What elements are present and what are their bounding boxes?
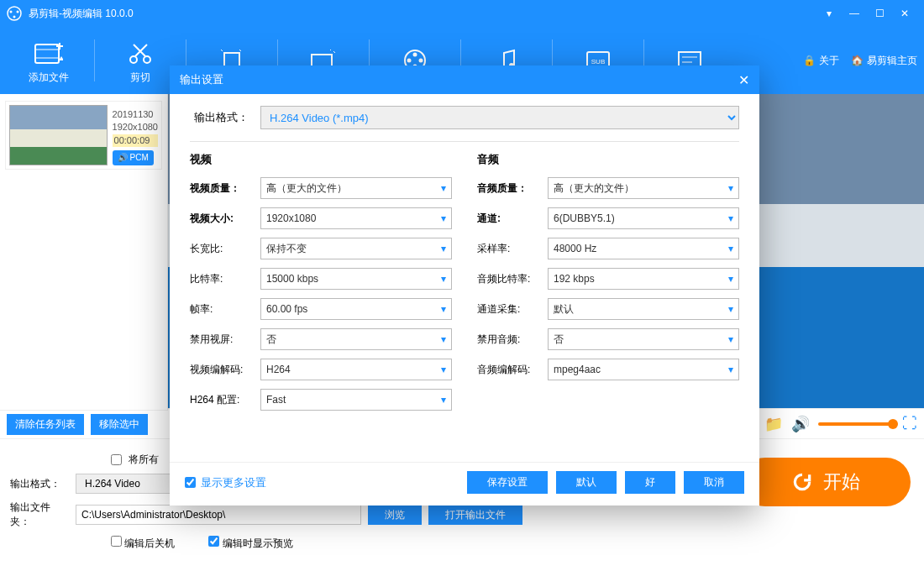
chevron-down-icon [441, 333, 446, 345]
refresh-icon [791, 471, 813, 493]
dlg-output-format-select[interactable]: H.264 Video (*.mp4) [260, 106, 739, 129]
chevron-down-icon [441, 212, 446, 224]
chevron-down-icon [441, 394, 446, 406]
cancel-button[interactable]: 取消 [684, 471, 744, 494]
dialog-footer: 显示更多设置 保存设置 默认 好 取消 [170, 462, 759, 506]
chevron-down-icon [441, 364, 446, 375]
app-logo-icon [7, 6, 22, 21]
disable-audio-select[interactable]: 否 [548, 328, 739, 350]
svg-point-7 [130, 56, 137, 63]
output-format-label: 输出格式： [10, 477, 69, 491]
svg-point-13 [419, 59, 423, 63]
video-heading: 视频 [190, 152, 452, 167]
svg-rect-4 [35, 45, 59, 63]
app-title: 易剪辑-视频编辑 10.0.0 [29, 7, 134, 21]
audio-channel-select[interactable]: 6(DUBBY5.1) [548, 207, 739, 229]
chevron-down-icon [728, 273, 733, 285]
output-settings-dialog: 输出设置 ✕ 输出格式： H.264 Video (*.mp4) 视频 视频质量… [170, 65, 759, 506]
save-settings-button[interactable]: 保存设置 [467, 471, 548, 494]
chevron-down-icon [728, 182, 733, 194]
remove-selected-button[interactable]: 移除选中 [91, 414, 148, 435]
svg-point-3 [13, 16, 16, 18]
dlg-output-format-label: 输出格式： [190, 110, 249, 125]
audio-heading: 音频 [477, 152, 739, 167]
homepage-link[interactable]: 🏠易剪辑主页 [851, 54, 917, 68]
minimize-button[interactable]: — [842, 0, 867, 27]
apply-all-label: 将所有 [129, 453, 159, 467]
channel-capture-select[interactable]: 默认 [548, 298, 739, 320]
task-item[interactable]: 20191130 1920x1080 00:00:09 🔊PCM [5, 101, 162, 170]
chevron-down-icon [441, 182, 446, 194]
svg-point-0 [8, 7, 21, 20]
svg-point-8 [144, 56, 150, 63]
svg-point-1 [10, 11, 13, 13]
sample-rate-select[interactable]: 48000 Hz [548, 238, 739, 259]
task-action-bar: 清除任务列表 移除选中 [0, 410, 168, 438]
ok-button[interactable]: 好 [625, 471, 675, 494]
pcm-badge: 🔊PCM [113, 150, 154, 165]
fullscreen-icon[interactable]: ⛶ [902, 415, 917, 432]
lock-icon: 🔒 [803, 55, 816, 66]
chevron-down-icon [441, 303, 446, 315]
open-folder-icon[interactable]: 📁 [764, 415, 783, 433]
chevron-down-icon [728, 303, 733, 315]
dialog-header: 输出设置 ✕ [170, 65, 759, 94]
about-link[interactable]: 🔒关于 [803, 54, 839, 68]
aspect-select[interactable]: 保持不变 [260, 238, 452, 259]
chevron-down-icon [728, 333, 733, 345]
chevron-down-icon [441, 243, 446, 254]
open-output-button[interactable]: 打开输出文件 [428, 506, 522, 525]
show-more-checkbox-row[interactable]: 显示更多设置 [185, 475, 266, 490]
preview-checkbox[interactable] [208, 536, 219, 547]
task-meta: 20191130 1920x1080 00:00:09 🔊PCM [113, 108, 158, 165]
task-list: 20191130 1920x1080 00:00:09 🔊PCM [0, 94, 168, 410]
show-more-checkbox [185, 477, 196, 488]
close-button[interactable]: ✕ [892, 0, 917, 27]
clear-tasks-button[interactable]: 清除任务列表 [7, 414, 84, 435]
disable-video-select[interactable]: 否 [260, 328, 452, 350]
audio-column: 音频 音频质量：高（更大的文件） 通道:6(DUBBY5.1) 采样率:4800… [477, 152, 739, 419]
chevron-down-icon [728, 212, 733, 224]
output-folder-label: 输出文件夹： [10, 500, 69, 529]
browse-button[interactable]: 浏览 [368, 506, 422, 525]
video-bitrate-select[interactable]: 15000 kbps [260, 268, 452, 290]
video-column: 视频 视频质量：高（更大的文件） 视频大小:1920x1080 长宽比:保持不变… [190, 152, 452, 419]
fps-select[interactable]: 60.00 fps [260, 298, 452, 320]
start-button[interactable]: 开始 [741, 458, 911, 506]
svg-point-12 [413, 53, 417, 57]
chevron-down-icon [728, 364, 733, 375]
task-thumbnail [9, 105, 108, 165]
window-dropdown-button[interactable]: ▾ [816, 0, 842, 27]
shutdown-checkbox[interactable] [111, 536, 122, 547]
svg-text:SUB: SUB [591, 58, 605, 65]
add-file-icon [7, 37, 91, 71]
add-file-button[interactable]: 添加文件 [7, 37, 91, 85]
add-file-label: 添加文件 [7, 71, 91, 85]
h264-profile-select[interactable]: Fast [260, 389, 452, 411]
video-quality-select[interactable]: 高（更大的文件） [260, 177, 452, 199]
title-bar: 易剪辑-视频编辑 10.0.0 ▾ — ☐ ✕ [0, 0, 924, 27]
video-size-select[interactable]: 1920x1080 [260, 207, 452, 229]
audio-quality-select[interactable]: 高（更大的文件） [548, 177, 739, 199]
chevron-down-icon [441, 273, 446, 285]
dialog-title: 输出设置 [180, 72, 223, 87]
defaults-button[interactable]: 默认 [556, 471, 617, 494]
volume-icon[interactable]: 🔊 [791, 415, 810, 433]
home-icon: 🏠 [851, 55, 864, 66]
dialog-close-button[interactable]: ✕ [738, 72, 749, 88]
apply-all-checkbox[interactable] [111, 454, 122, 465]
maximize-button[interactable]: ☐ [867, 0, 892, 27]
volume-slider[interactable] [818, 422, 894, 426]
output-folder-input[interactable] [76, 505, 361, 525]
audio-codec-select[interactable]: mpeg4aac [548, 359, 739, 380]
audio-bitrate-select[interactable]: 192 kbps [548, 268, 739, 290]
chevron-down-icon [728, 243, 733, 254]
svg-point-2 [17, 11, 19, 13]
video-codec-select[interactable]: H264 [260, 359, 452, 380]
svg-point-15 [407, 59, 412, 63]
